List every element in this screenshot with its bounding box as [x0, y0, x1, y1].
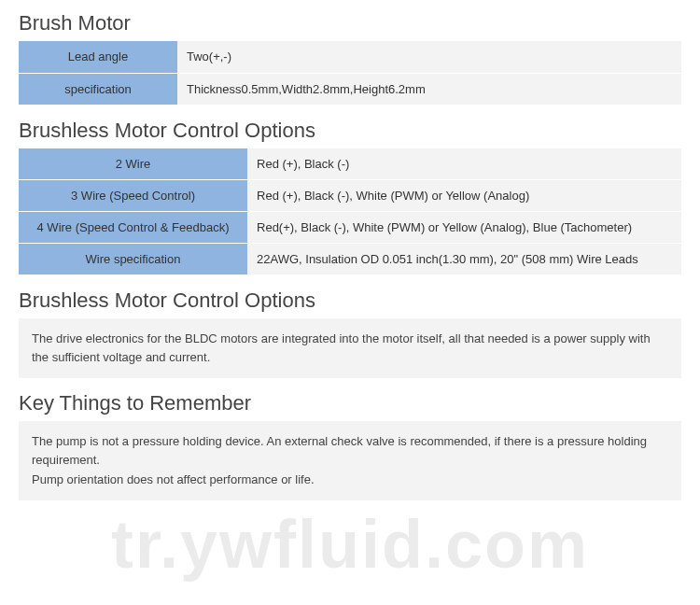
table-row: Wire specification 22AWG, Insulation OD … [19, 244, 681, 275]
table-row: 3 Wire (Speed Control) Red (+), Black (-… [19, 180, 681, 212]
spec-value: Red (+), Black (-), White (PWM) or Yello… [247, 180, 681, 212]
table-row: specification Thickness0.5mm,Width2.8mm,… [19, 73, 681, 105]
key-things-text: The pump is not a pressure holding devic… [19, 421, 681, 499]
key-things-line: Pump orientation does not affect perform… [32, 471, 668, 489]
spec-label: 3 Wire (Speed Control) [19, 180, 247, 212]
table-row: Lead angle Two(+,-) [19, 41, 681, 73]
table-row: 2 Wire Red (+), Black (-) [19, 148, 681, 180]
spec-label: specification [19, 73, 177, 105]
spec-label: Lead angle [19, 41, 177, 73]
key-things-line: The pump is not a pressure holding devic… [32, 432, 668, 470]
brushless-desc-text: The drive electronics for the BLDC motor… [19, 318, 681, 378]
spec-value: Two(+,-) [177, 41, 681, 73]
brushless-options-table: 2 Wire Red (+), Black (-) 3 Wire (Speed … [19, 148, 681, 276]
section-title-brushless-options: Brushless Motor Control Options [19, 119, 681, 143]
spec-label: 4 Wire (Speed Control & Feedback) [19, 212, 247, 244]
watermark-text: tr.ywfluid.com [111, 506, 589, 583]
spec-value: Red (+), Black (-) [247, 148, 681, 180]
spec-label: 2 Wire [19, 148, 247, 180]
spec-value: 22AWG, Insulation OD 0.051 inch(1.30 mm)… [247, 244, 681, 275]
spec-label: Wire specification [19, 244, 247, 275]
section-title-brush-motor: Brush Motor [19, 11, 681, 35]
section-title-brushless-desc: Brushless Motor Control Options [19, 288, 681, 313]
section-title-key-things: Key Things to Remember [19, 391, 681, 415]
spec-value: Thickness0.5mm,Width2.8mm,Height6.2mm [177, 73, 681, 105]
spec-value: Red(+), Black (-), White (PWM) or Yellow… [247, 212, 681, 244]
brush-motor-table: Lead angle Two(+,-) specification Thickn… [19, 41, 681, 106]
table-row: 4 Wire (Speed Control & Feedback) Red(+)… [19, 212, 681, 244]
